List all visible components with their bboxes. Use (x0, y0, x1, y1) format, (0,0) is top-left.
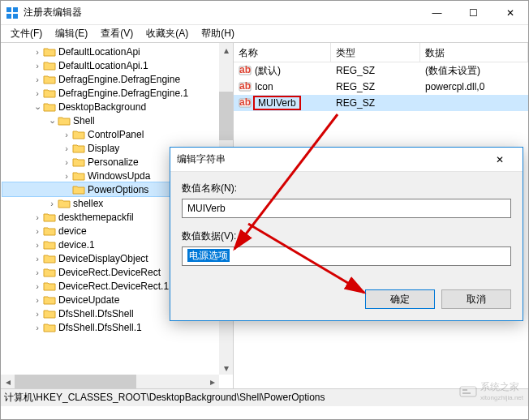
dialog-title: 编辑字符串 (177, 152, 484, 166)
tree-label: Display (88, 143, 119, 154)
expand-icon[interactable]: › (32, 212, 43, 223)
folder-icon (43, 46, 56, 58)
tree-item[interactable]: ›DefragEngine.DefragEngine (2, 72, 233, 86)
tree-label: DeviceRect.DeviceRect.1 (58, 281, 169, 292)
app-icon (6, 6, 19, 19)
svg-rect-1 (13, 7, 18, 12)
value-data-input[interactable]: 电源选项 (182, 246, 511, 266)
folder-icon (72, 143, 85, 154)
tree-item[interactable]: ›DefragEngine.DefragEngine.1 (2, 86, 233, 100)
menubar: 文件(F) 编辑(E) 查看(V) 收藏夹(A) 帮助(H) (1, 25, 528, 43)
svg-rect-0 (6, 7, 11, 12)
list-row[interactable]: abMUIVerbREG_SZ (234, 95, 528, 111)
expand-icon[interactable]: › (32, 225, 43, 237)
column-type[interactable]: 类型 (331, 43, 420, 62)
tree-item[interactable]: ›ControlPanel (2, 127, 233, 141)
menu-favorites[interactable]: 收藏夹(A) (140, 25, 195, 42)
svg-rect-3 (13, 14, 18, 19)
value-data-label: 数值数据(V): (182, 229, 511, 243)
expand-icon[interactable]: › (32, 322, 43, 333)
svg-text:ab: ab (239, 80, 251, 92)
tree-item[interactable]: ⌄DesktopBackground (2, 100, 233, 114)
tree-label: DfsShell.DfsShell (58, 308, 134, 319)
value-name: (默认) (255, 64, 281, 78)
menu-help[interactable]: 帮助(H) (195, 25, 241, 42)
list-row[interactable]: ab(默认)REG_SZ(数值未设置) (234, 62, 528, 79)
expand-icon[interactable]: › (32, 294, 43, 306)
folder-icon (43, 322, 56, 333)
menu-edit[interactable]: 编辑(E) (49, 25, 94, 42)
folder-icon (72, 156, 85, 168)
tree-item[interactable]: ›DefaultLocationApi (2, 45, 233, 58)
expand-icon[interactable]: › (32, 88, 43, 99)
tree-item[interactable]: ›DfsShell.DfsShell.1 (2, 320, 233, 334)
svg-text:ab: ab (239, 96, 251, 108)
folder-icon (43, 225, 56, 237)
window-title: 注册表编辑器 (24, 6, 419, 19)
svg-rect-14 (462, 392, 471, 394)
tree-item[interactable]: ›DefaultLocationApi.1 (2, 58, 233, 72)
folder-icon (43, 281, 56, 292)
folder-icon (58, 198, 71, 209)
tree-item[interactable]: ⌄Shell (2, 114, 233, 127)
expand-icon[interactable]: › (61, 156, 72, 168)
tree-label: WindowsUpda (88, 170, 150, 182)
list-row[interactable]: abIconREG_SZpowercpl.dll,0 (234, 79, 528, 95)
value-name-label: 数值名称(N): (182, 182, 511, 195)
folder-icon (43, 60, 56, 71)
column-data[interactable]: 数据 (420, 43, 528, 62)
close-button[interactable]: ✕ (492, 1, 528, 24)
tree-label: deskthemepackfil (58, 212, 134, 223)
collapse-icon[interactable]: ⌄ (46, 115, 58, 126)
value-data: powercpl.dll,0 (420, 81, 528, 92)
expand-icon[interactable]: › (46, 198, 58, 209)
watermark: 系统之家xitongzhijia.net (459, 380, 523, 401)
folder-icon (43, 294, 56, 306)
expand-icon[interactable]: › (32, 281, 43, 292)
expand-icon[interactable]: › (32, 46, 43, 58)
menu-view[interactable]: 查看(V) (94, 25, 140, 42)
string-value-icon: ab (239, 80, 252, 93)
tree-label: device (58, 225, 87, 237)
string-value-icon: ab (239, 64, 252, 77)
horizontal-scrollbar[interactable]: ◂ ▸ (1, 375, 219, 388)
tree-label: DefragEngine.DefragEngine.1 (58, 88, 188, 99)
expand-icon[interactable]: › (32, 74, 43, 85)
value-name: MUIVerb (253, 96, 301, 110)
folder-icon (43, 74, 56, 85)
collapse-icon[interactable]: ⌄ (32, 101, 43, 113)
no-children (61, 184, 72, 195)
string-value-icon: ab (239, 96, 252, 109)
value-type: REG_SZ (331, 97, 420, 109)
dialog-close-button[interactable]: ✕ (484, 148, 516, 171)
expand-icon[interactable]: › (61, 129, 72, 140)
expand-icon[interactable]: › (32, 60, 43, 71)
minimize-button[interactable]: — (419, 1, 455, 24)
statusbar: 计算机\HKEY_CLASSES_ROOT\DesktopBackground\… (1, 388, 528, 406)
expand-icon[interactable]: › (32, 239, 43, 251)
value-name: Icon (255, 81, 273, 92)
menu-file[interactable]: 文件(F) (4, 25, 49, 42)
column-name[interactable]: 名称 (234, 43, 331, 62)
expand-icon[interactable]: › (61, 170, 72, 182)
folder-icon (72, 170, 85, 182)
tree-label: ControlPanel (88, 129, 144, 140)
value-name-input[interactable] (182, 199, 511, 218)
folder-icon (43, 253, 56, 264)
expand-icon[interactable]: › (32, 267, 43, 278)
value-data: (数值未设置) (420, 64, 528, 78)
maximize-button[interactable]: ☐ (455, 1, 492, 24)
expand-icon[interactable]: › (32, 308, 43, 319)
cancel-button[interactable]: 取消 (441, 289, 511, 309)
list-header: 名称 类型 数据 (234, 43, 528, 62)
tree-label: shellex (73, 198, 103, 209)
folder-icon (72, 184, 85, 195)
expand-icon[interactable]: › (61, 143, 72, 154)
svg-text:ab: ab (239, 64, 251, 75)
folder-icon (43, 239, 56, 251)
tree-label: Personalize (88, 156, 139, 168)
titlebar: 注册表编辑器 — ☐ ✕ (1, 1, 528, 25)
expand-icon[interactable]: › (32, 253, 43, 264)
ok-button[interactable]: 确定 (365, 289, 435, 309)
folder-icon (72, 129, 85, 140)
